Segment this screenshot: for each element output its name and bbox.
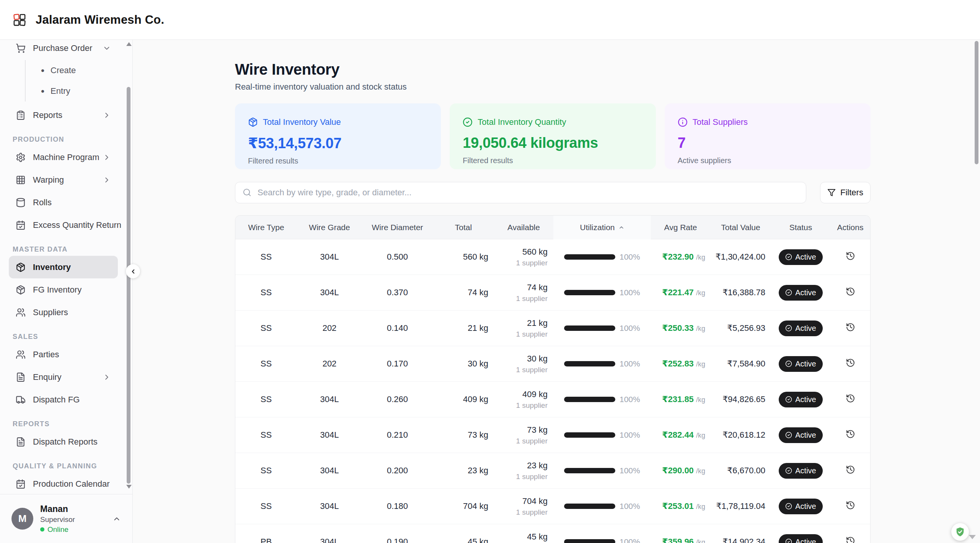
user-status: Online [40, 525, 75, 534]
sidebar-scrollbar[interactable] [127, 87, 130, 484]
card-value: 7 [678, 135, 858, 151]
search-input[interactable] [235, 182, 806, 203]
rate-unit: /kg [696, 289, 705, 297]
sidebar-item[interactable]: Dispatch Reports [9, 430, 118, 453]
history-button[interactable] [846, 287, 855, 296]
inventory-table: Wire Type Wire Grade Wire Diameter Total… [235, 215, 871, 543]
sidebar-subitem[interactable]: • Create [26, 60, 126, 81]
card-caption: Filtered results [463, 156, 642, 165]
cell-utilization: 100% [553, 359, 651, 368]
search-icon [243, 188, 251, 197]
avatar: M [11, 508, 33, 530]
utilization-bar [564, 432, 615, 438]
table-row: SS 304L 0.210 73 kg 73 kg 1 supplier 100… [235, 417, 870, 453]
sidebar-item-icon [16, 198, 26, 208]
column-header-available[interactable]: Available [494, 223, 553, 232]
sidebar-item[interactable]: Suppliers [9, 301, 118, 324]
sidebar-item[interactable]: Parties [9, 343, 118, 366]
history-button[interactable] [846, 500, 855, 510]
column-header-utilization[interactable]: Utilization [553, 216, 651, 239]
cell-wire-type: SS [235, 501, 297, 511]
window-scrollbar[interactable] [975, 41, 978, 164]
table-row: SS 202 0.170 30 kg 30 kg 1 supplier 100% [235, 346, 870, 382]
cell-total: 30 kg [433, 359, 494, 369]
sidebar-item-icon [16, 350, 26, 360]
utilization-bar-fill [564, 361, 615, 366]
cell-status: Active [771, 499, 830, 514]
history-button[interactable] [846, 358, 855, 368]
card-icon [463, 117, 473, 127]
sidebar-section-title: SALES [13, 333, 126, 341]
table-row: SS 304L 0.370 74 kg 74 kg 1 supplier 100… [235, 275, 870, 311]
history-button[interactable] [846, 429, 855, 439]
sidebar-collapse-button[interactable] [126, 264, 140, 278]
history-icon [846, 394, 855, 403]
column-header-wire-type[interactable]: Wire Type [235, 223, 297, 232]
window-scroll-down-arrow[interactable] [969, 535, 976, 539]
history-button[interactable] [846, 251, 855, 261]
sidebar-item[interactable]: Enquiry [9, 366, 118, 388]
cell-total: 704 kg [433, 501, 494, 511]
sidebar-item-label: Dispatch Reports [33, 437, 98, 447]
sidebar-subitem[interactable]: • Entry [26, 81, 126, 101]
cell-actions [830, 536, 870, 543]
cell-total-value: ₹5,256.93 [710, 323, 771, 333]
sidebar-item[interactable]: FG Inventory [9, 278, 118, 301]
column-header-actions[interactable]: Actions [830, 223, 870, 232]
sidebar-item[interactable]: Inventory [9, 256, 118, 278]
sidebar-section-title: MASTER DATA [13, 245, 126, 254]
rate-value: ₹290.00 [662, 466, 694, 475]
column-header-total[interactable]: Total [433, 223, 494, 232]
history-button[interactable] [846, 465, 855, 474]
rate-value: ₹231.85 [662, 394, 694, 404]
cell-total-value: ₹1,78,119.04 [710, 501, 771, 511]
utilization-percent: 100% [620, 430, 640, 440]
sidebar-item[interactable]: Machine Program [9, 146, 118, 168]
sidebar-item[interactable]: Dispatch FG [9, 388, 118, 411]
card-label: Total Suppliers [693, 117, 748, 127]
cell-actions [830, 322, 870, 334]
column-header-total-value[interactable]: Total Value [710, 223, 771, 232]
sidebar-group: SALES Parties Enquiry [9, 333, 126, 411]
cell-total-value: ₹94,826.65 [710, 394, 771, 404]
chevron-up-icon[interactable] [113, 515, 121, 523]
sidebar-scroll-down-arrow[interactable] [126, 485, 132, 489]
user-menu[interactable]: M Manan Supervisor Online [0, 494, 132, 543]
adblock-extension-button[interactable] [951, 523, 969, 541]
cell-wire-diameter: 0.500 [362, 252, 433, 262]
column-header-avg-rate[interactable]: Avg Rate [651, 223, 710, 232]
status-badge: Active [779, 356, 822, 372]
supplier-count: 1 supplier [494, 259, 548, 267]
filters-button[interactable]: Filters [820, 182, 871, 203]
cell-total: 74 kg [433, 288, 494, 298]
sidebar-item-label: Warping [33, 175, 64, 185]
sidebar-item[interactable]: Production Calendar [9, 473, 118, 494]
sidebar-item-icon [16, 307, 26, 317]
sidebar-scroll-up-arrow[interactable] [126, 42, 132, 46]
column-header-status[interactable]: Status [771, 223, 830, 232]
history-button[interactable] [846, 536, 855, 543]
bullet-icon: • [41, 65, 44, 75]
column-header-wire-grade[interactable]: Wire Grade [297, 223, 362, 232]
utilization-bar-fill [564, 432, 615, 438]
cell-wire-grade: 304L [297, 466, 362, 476]
rate-value: ₹282.44 [662, 430, 694, 440]
sidebar-item[interactable]: Purchase Order [9, 40, 118, 59]
sidebar-item-icon [16, 479, 26, 489]
check-circle-icon [785, 503, 792, 510]
history-button[interactable] [846, 322, 855, 332]
sidebar-item[interactable]: Warping [9, 168, 118, 191]
cell-avg-rate: ₹250.33 /kg [651, 323, 710, 333]
sidebar-item[interactable]: Reports [9, 104, 118, 126]
rate-unit: /kg [696, 360, 705, 368]
sidebar-item-label: Rolls [33, 198, 52, 208]
cell-total-value: ₹20,618.12 [710, 430, 771, 440]
sidebar-item[interactable]: Excess Quantity Return [9, 214, 118, 236]
history-button[interactable] [846, 394, 855, 403]
cell-utilization: 100% [553, 430, 651, 440]
sidebar-item[interactable]: Rolls [9, 191, 118, 214]
supplier-count: 1 supplier [494, 437, 548, 445]
cell-wire-grade: 304L [297, 394, 362, 404]
column-header-wire-diameter[interactable]: Wire Diameter [362, 223, 433, 232]
status-badge: Active [779, 249, 822, 265]
